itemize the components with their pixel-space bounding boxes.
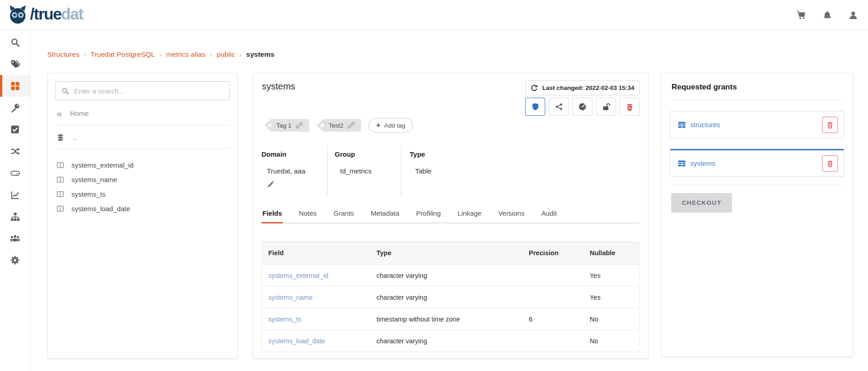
breadcrumb-link[interactable]: metrics alias [166,50,206,59]
users-group-icon [10,233,20,243]
notifications-bell-icon[interactable] [823,10,832,20]
column-header: Type [370,249,522,257]
field-link[interactable]: systems_load_date [262,337,370,345]
sidebar-item-tags[interactable] [0,53,30,75]
table-row: systems_name character varying Yes [262,286,639,308]
tab-profiling[interactable]: Profiling [415,209,442,223]
trash-icon [626,103,633,111]
shuffle-icon [10,147,20,156]
browser-parent-item[interactable]: .. [57,134,230,141]
tab-fields[interactable]: Fields [261,209,283,223]
structure-detail-panel: systems Last changed: 2022-02-03 15:34 T… [253,73,648,359]
unlock-button[interactable] [596,98,616,116]
unlock-icon [602,103,610,111]
field-link[interactable]: systems_name [262,294,370,301]
last-changed-label: Last changed: 2022-02-03 15:34 [542,84,634,91]
plus-icon: + [376,122,380,129]
trash-icon [827,160,833,167]
divider [55,125,230,125]
key-icon [10,103,20,113]
search-input[interactable] [74,87,224,95]
property-value: td_metrics [335,167,401,175]
field-link[interactable]: systems_external_id [262,272,370,279]
browser-field-item[interactable]: systems_ts [57,187,230,201]
tag-chip[interactable]: Tag 1 [264,119,309,132]
breadcrumb-separator-icon: › [240,51,242,58]
property-value: Table [410,167,640,175]
field-type: character varying [370,294,522,301]
last-changed-refresh[interactable]: Last changed: 2022-02-03 15:34 [525,80,640,95]
table-header-row: Field Type Precision Nullable [262,242,639,264]
requested-grants-panel: Requested grants structures systems CHEC… [661,73,853,357]
sidebar-item-structures[interactable] [0,75,30,97]
tab-versions[interactable]: Versions [497,209,526,223]
breadcrumb-link[interactable]: Structures [47,50,80,59]
tag-chip[interactable]: Test2 [316,119,361,132]
tab-grants[interactable]: Grants [333,209,355,223]
edit-domain-pencil-icon[interactable] [267,181,274,188]
sidebar-item-sources[interactable] [0,162,30,184]
structure-search-box [55,81,230,100]
parent-item-label: .. [73,134,76,141]
grant-structure-label: systems [690,159,715,167]
sidebar-item-taxonomy[interactable] [0,206,30,228]
field-item-label: systems_ts [71,190,105,198]
quality-gauge-button[interactable] [572,98,592,116]
structure-properties: Domain Truedat, aaa Group td_metrics Typ… [261,146,640,196]
field-type: character varying [370,272,522,279]
remove-grant-button[interactable] [822,155,838,172]
tab-linkage[interactable]: Linkage [457,209,482,223]
tab-notes[interactable]: Notes [298,209,317,223]
detail-tabs: Fields Notes Grants Metadata Profiling L… [261,209,640,223]
tab-audit[interactable]: Audit [540,209,557,223]
cart-icon[interactable] [796,10,806,20]
shield-icon [532,103,539,111]
protect-shield-button[interactable] [525,98,545,116]
table-icon [678,122,686,128]
sidebar-item-rules[interactable] [0,119,30,140]
sidebar-item-lineage[interactable] [0,140,30,162]
link-icon [348,122,354,129]
sidebar-item-dashboards[interactable] [0,184,30,206]
property-value: Truedat, aaa [261,167,327,175]
fields-table: Field Type Precision Nullable systems_ex… [261,241,640,352]
delete-structure-button[interactable] [620,98,640,116]
checkout-button[interactable]: CHECKOUT [671,193,732,213]
sidebar-item-search[interactable] [0,31,30,53]
sidebar-item-settings[interactable] [0,249,30,271]
field-nullable: Yes [583,294,639,301]
user-avatar-icon[interactable] [848,10,858,20]
gauge-icon [578,103,587,111]
property-label: Domain [261,150,327,158]
property-label: Group [335,150,401,158]
field-link[interactable]: systems_ts [262,316,370,323]
add-tag-label: Add tag [384,122,406,129]
apps-grid-icon [10,81,20,91]
browser-field-item[interactable]: systems_external_id [57,158,230,172]
add-tag-button[interactable]: + Add tag [368,118,413,133]
sidebar-item-permissions[interactable] [0,97,30,119]
remove-grant-button[interactable] [822,117,838,133]
browser-field-item[interactable]: systems_name [57,172,230,187]
breadcrumb-link[interactable]: public [216,50,235,59]
tab-metadata[interactable]: Metadata [370,209,401,223]
storage-drive-icon [10,168,20,178]
grant-structure-link[interactable]: systems [678,159,715,167]
divider [672,100,843,100]
breadcrumb-link[interactable]: Truedat PostgreSQL [90,50,155,59]
tag-label: Tag 1 [276,122,291,129]
breadcrumb-current: systems [246,50,275,59]
grant-structure-link[interactable]: structures [678,121,720,129]
browser-field-item[interactable]: systems_load_date [57,201,230,216]
table-row: systems_ts timestamp without time zone 6… [262,308,639,330]
top-bar: /truedat [0,0,868,30]
field-nullable: Yes [583,272,639,279]
grant-card-structures: structures [670,111,844,139]
browser-home-link[interactable]: « Home [57,109,230,118]
page-title: systems [262,81,295,92]
sidebar-item-users[interactable] [0,228,30,249]
share-button[interactable] [549,98,569,116]
truedat-logo[interactable]: /truedat [7,4,83,25]
link-icon [296,122,302,129]
table-icon [678,160,686,167]
